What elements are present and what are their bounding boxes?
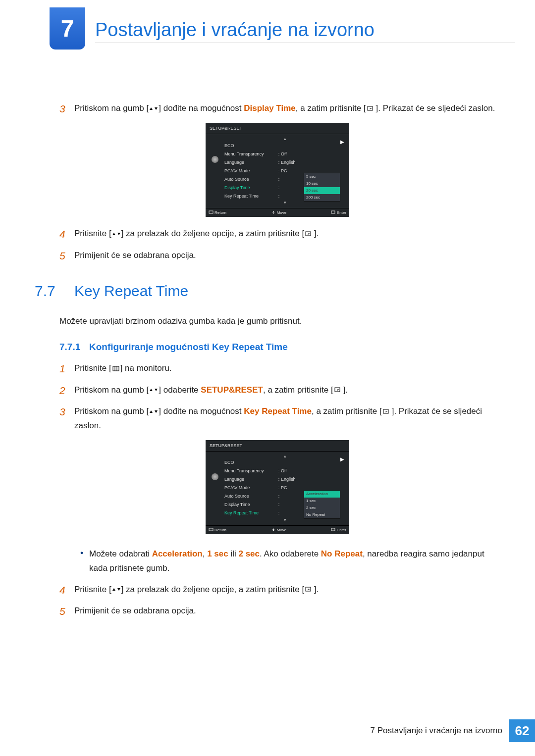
svg-rect-9 — [209, 528, 213, 531]
osd-title: SETUP&RESET — [206, 440, 349, 452]
step-number: 5 — [59, 604, 74, 618]
step-text: Pritiskom na gumb [] dođite na mogućnost… — [74, 404, 495, 433]
highlight-display-time: Display Time — [244, 103, 296, 113]
step-text: Pritiskom na gumb [] odaberite SETUP&RES… — [74, 383, 495, 398]
osd-display-time: Display Time — [222, 502, 277, 507]
osd-eco: ECO — [222, 460, 277, 465]
section-number: 7.7 — [35, 283, 74, 300]
dropdown-option: No Repeat — [304, 511, 340, 518]
step-text: Pritisnite [] na monitoru. — [74, 361, 495, 376]
step-1: 1 Pritisnite [] na monitoru. — [59, 361, 495, 376]
enter-icon — [366, 106, 376, 112]
step-number: 2 — [59, 383, 74, 398]
osd-dropdown: 5 sec 10 sec 20 sec 200 sec — [304, 173, 340, 202]
step-text: Primijenit će se odabrana opcija. — [74, 604, 495, 618]
bullet-text: Možete odabrati Acceleration, 1 sec ili … — [89, 547, 495, 576]
svg-rect-10 — [331, 528, 335, 531]
subsection-number: 7.7.1 — [59, 342, 89, 353]
osd-title: SETUP&RESET — [206, 123, 349, 134]
step-3: 3 Pritiskom na gumb [] dođite na mogućno… — [59, 404, 495, 433]
step-5: 5 Primijenit će se odabrana opcija. — [59, 249, 495, 263]
osd-dropdown: Acceleration 1 sec 2 sec No Repeat — [304, 490, 340, 519]
osd-key-repeat-time: Key Repeat Time — [222, 510, 277, 515]
step-4: 4 Pritisnite [] za prelazak do željene o… — [59, 583, 495, 597]
subsection-7-7-1-heading: 7.7.1 Konfiguriranje mogućnosti Key Repe… — [59, 342, 495, 353]
osd-display-time: Display Time — [222, 185, 277, 190]
arrow-right-icon: ▶ — [340, 456, 344, 462]
gear-icon — [212, 156, 218, 163]
svg-rect-2 — [331, 211, 335, 213]
osd-language: Language — [222, 160, 277, 165]
step-4: 4 Pritisnite [] za prelazak do željene o… — [59, 227, 495, 241]
osd-move: Move — [271, 528, 287, 532]
step-3: 3 Pritiskom na gumb [] dođite na mogućno… — [59, 101, 495, 116]
up-down-icon — [111, 231, 121, 237]
osd-screenshot-2: SETUP&RESET ▶ ▴ ECO Menu Transparency:Of… — [206, 440, 349, 534]
dropdown-option-selected: Acceleration — [304, 491, 340, 498]
step-2: 2 Pritiskom na gumb [] odaberite SETUP&R… — [59, 383, 495, 398]
footer-chapter-label: 7 Postavljanje i vraćanje na izvorno — [364, 719, 509, 742]
enter-icon — [333, 387, 343, 393]
step-number: 4 — [59, 227, 74, 241]
osd-move: Move — [271, 210, 287, 215]
section-intro: Možete upravljati brzinom odaziva gumba … — [59, 314, 495, 328]
osd-footer: Return Move Enter — [206, 525, 349, 534]
subsection-title: Konfiguriranje mogućnosti Key Repeat Tim… — [89, 342, 288, 353]
up-down-icon — [111, 587, 121, 593]
osd-eco: ECO — [222, 143, 277, 148]
dropdown-option: 5 sec — [304, 173, 340, 180]
chapter-header: 7 Postavljanje i vraćanje na izvorno — [0, 0, 535, 52]
page-footer: 7 Postavljanje i vraćanje na izvorno 62 — [364, 719, 535, 742]
step-text: Primijenit će se odabrana opcija. — [74, 249, 495, 263]
arrow-right-icon: ▶ — [340, 139, 344, 145]
arrow-up-icon: ▴ — [222, 454, 345, 458]
enter-icon — [304, 587, 314, 593]
step-number: 3 — [59, 404, 74, 419]
step-text: Pritisnite [] za prelazak do željene opc… — [74, 227, 495, 241]
osd-pcav-mode: PC/AV Mode — [222, 485, 277, 490]
step-list-a: 3 Pritiskom na gumb [] dođite na mogućno… — [59, 101, 495, 116]
step-text: Pritiskom na gumb [] dođite na mogućnost… — [74, 101, 495, 116]
dropdown-option: 200 sec — [304, 194, 340, 201]
step-text: Pritisnite [] za prelazak do željene opc… — [74, 583, 495, 597]
highlight-setup-reset: SETUP&RESET — [201, 385, 263, 395]
osd-return: Return — [209, 210, 226, 215]
osd-return: Return — [209, 528, 226, 532]
osd-menu-transparency: Menu Transparency — [222, 468, 277, 473]
bullet-note: ● Možete odabrati Acceleration, 1 sec il… — [74, 547, 495, 576]
dropdown-option: 1 sec — [304, 498, 340, 504]
dropdown-option-selected: 20 sec — [304, 187, 340, 194]
chapter-number-badge: 7 — [50, 7, 85, 50]
menu-icon — [111, 366, 120, 372]
osd-menu-transparency: Menu Transparency — [222, 151, 277, 156]
gear-icon — [212, 473, 218, 480]
up-down-icon — [149, 106, 159, 112]
osd-footer: Return Move Enter — [206, 208, 349, 217]
osd-auto-source: Auto Source — [222, 177, 277, 182]
osd-enter: Enter — [331, 210, 346, 215]
svg-rect-4 — [113, 366, 119, 371]
step-number: 5 — [59, 249, 74, 263]
enter-icon — [382, 409, 392, 415]
section-7-7-heading: 7.7 Key Repeat Time — [59, 283, 495, 300]
dropdown-option: 10 sec — [304, 180, 340, 187]
arrow-up-icon: ▴ — [222, 136, 345, 141]
osd-auto-source: Auto Source — [222, 494, 277, 499]
svg-rect-1 — [209, 211, 213, 213]
step-5: 5 Primijenit će se odabrana opcija. — [59, 604, 495, 618]
step-number: 3 — [59, 101, 74, 116]
highlight-key-repeat: Key Repeat Time — [244, 406, 312, 416]
step-number: 1 — [59, 361, 74, 376]
up-down-icon — [149, 387, 159, 393]
osd-key-repeat-time: Key Repeat Time — [222, 194, 277, 199]
step-number: 4 — [59, 583, 74, 597]
osd-screenshot-1: SETUP&RESET ▶ ▴ ECO Menu Transparency:Of… — [206, 123, 349, 217]
enter-icon — [304, 231, 314, 237]
osd-language: Language — [222, 477, 277, 482]
chapter-title: Postavljanje i vraćanje na izvorno — [95, 19, 515, 43]
section-title: Key Repeat Time — [74, 283, 188, 300]
step-bullet-container: ● Možete odabrati Acceleration, 1 sec il… — [59, 544, 495, 576]
up-down-icon — [149, 409, 159, 415]
osd-pcav-mode: PC/AV Mode — [222, 168, 277, 173]
osd-enter: Enter — [331, 528, 346, 532]
